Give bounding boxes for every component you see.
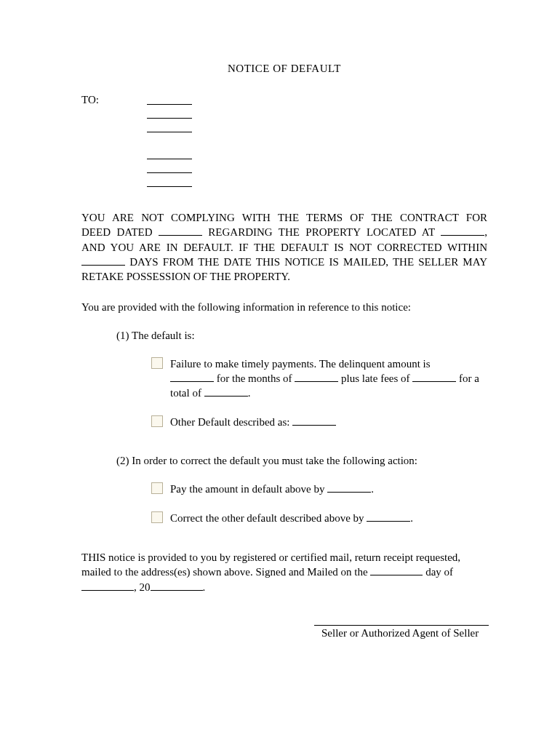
item-2b: Correct the other default described abov… — [151, 511, 487, 525]
recipient-line[interactable] — [147, 176, 192, 187]
item-1: (1) The default is: — [116, 330, 487, 342]
signed-year-blank[interactable] — [151, 581, 203, 591]
main-paragraph: YOU ARE NOT COMPLYING WITH THE TERMS OF … — [81, 210, 487, 284]
item-2: (2) In order to correct the default you … — [116, 455, 487, 467]
checkbox-pay-amount[interactable] — [151, 482, 163, 494]
checkbox-other-default[interactable] — [151, 415, 163, 427]
days-blank[interactable] — [81, 256, 125, 266]
total-blank[interactable] — [204, 387, 248, 397]
recipient-block: TO: — [81, 94, 487, 190]
months-blank[interactable] — [295, 372, 338, 382]
signature-block: Seller or Authorized Agent of Seller — [314, 615, 487, 640]
to-label: TO: — [81, 94, 147, 106]
checkbox-correct-other[interactable] — [151, 511, 163, 523]
correct-by-blank[interactable] — [367, 512, 410, 522]
checkbox-failure-payments[interactable] — [151, 357, 163, 369]
signature-line[interactable] — [314, 615, 489, 626]
document-title: NOTICE OF DEFAULT — [81, 63, 487, 75]
recipient-line[interactable] — [147, 121, 192, 132]
signed-day-blank[interactable] — [370, 566, 423, 575]
signed-month-blank[interactable] — [81, 581, 134, 591]
closing-paragraph: THIS notice is provided to you by regist… — [81, 550, 487, 594]
signature-label: Seller or Authorized Agent of Seller — [314, 627, 487, 640]
recipient-line[interactable] — [147, 162, 192, 173]
recipient-line[interactable] — [147, 148, 192, 159]
late-fees-blank[interactable] — [412, 372, 456, 382]
property-location-blank[interactable] — [441, 226, 484, 236]
item-1a: Failure to make timely payments. The del… — [151, 356, 487, 401]
recipient-line[interactable] — [147, 94, 192, 105]
item-2a: Pay the amount in default above by . — [151, 482, 487, 496]
deed-date-blank[interactable] — [159, 226, 202, 236]
pay-by-blank[interactable] — [327, 483, 371, 493]
item-1b: Other Default described as: — [151, 415, 487, 429]
other-default-blank[interactable] — [292, 416, 336, 426]
recipient-line[interactable] — [147, 108, 192, 119]
info-line: You are provided with the following info… — [81, 300, 487, 314]
delinquent-amount-blank[interactable] — [170, 372, 214, 382]
